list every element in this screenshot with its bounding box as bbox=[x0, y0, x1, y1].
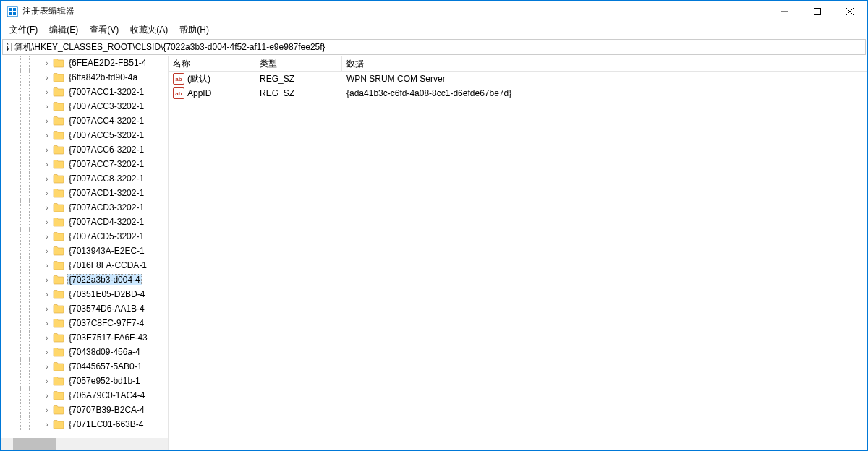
tree-item[interactable]: ›{7007ACC4-3202-1 bbox=[1, 113, 168, 128]
tree-item-label: {7007ACD3-3202-1 bbox=[67, 202, 145, 212]
app-icon bbox=[7, 6, 18, 17]
tree-item[interactable]: ›{6ffa842b-fd90-4a bbox=[1, 70, 168, 85]
chevron-right-icon[interactable]: › bbox=[43, 189, 51, 197]
tree-item-label: {703574D6-AA1B-4 bbox=[67, 304, 146, 314]
address-bar[interactable]: 计算机\HKEY_CLASSES_ROOT\CLSID\{7022a3b3-d0… bbox=[2, 39, 866, 55]
tree-item[interactable]: ›{7037C8FC-97F7-4 bbox=[1, 316, 168, 330]
string-value-icon: ab bbox=[173, 87, 184, 99]
chevron-right-icon[interactable]: › bbox=[43, 103, 51, 111]
tree-item-label: {7007ACC3-3202-1 bbox=[67, 101, 145, 111]
chevron-right-icon[interactable]: › bbox=[43, 175, 51, 183]
titlebar: 注册表编辑器 bbox=[1, 1, 867, 22]
tree-item-label: {7007ACC8-3202-1 bbox=[67, 173, 145, 184]
tree-item[interactable]: ›{7007ACD4-3202-1 bbox=[1, 215, 168, 229]
tree-item[interactable]: ›{7007ACC7-3202-1 bbox=[1, 157, 168, 171]
chevron-right-icon[interactable]: › bbox=[43, 276, 51, 284]
chevron-right-icon[interactable]: › bbox=[43, 363, 51, 371]
svg-rect-6 bbox=[814, 8, 820, 14]
cell-name: ab(默认) bbox=[169, 73, 255, 85]
menu-help[interactable]: 帮助(H) bbox=[174, 22, 215, 38]
maximize-button[interactable] bbox=[801, 1, 833, 22]
tree-item[interactable]: ›{7022a3b3-d004-4 bbox=[1, 272, 168, 287]
chevron-right-icon[interactable]: › bbox=[43, 421, 51, 429]
chevron-right-icon[interactable]: › bbox=[43, 132, 51, 139]
chevron-right-icon[interactable]: › bbox=[43, 59, 51, 67]
chevron-right-icon[interactable]: › bbox=[43, 348, 51, 356]
chevron-right-icon[interactable]: › bbox=[43, 319, 51, 327]
svg-rect-1 bbox=[9, 8, 12, 11]
tree-item[interactable]: ›{70438d09-456a-4 bbox=[1, 345, 168, 359]
tree-item[interactable]: ›{7007ACC5-3202-1 bbox=[1, 128, 168, 142]
minimize-button[interactable] bbox=[768, 1, 801, 22]
menu-edit[interactable]: 编辑(E) bbox=[43, 22, 84, 38]
chevron-right-icon[interactable]: › bbox=[43, 146, 51, 154]
tree-item-label: {70445657-5AB0-1 bbox=[67, 361, 143, 371]
svg-rect-4 bbox=[13, 12, 16, 15]
tree-item-label: {7007ACC4-3202-1 bbox=[67, 116, 145, 126]
tree-item[interactable]: ›{7016F8FA-CCDA-1 bbox=[1, 258, 168, 272]
tree-item[interactable]: ›{7071EC01-663B-4 bbox=[1, 417, 168, 431]
tree-item[interactable]: ›{7057e952-bd1b-1 bbox=[1, 374, 168, 388]
cell-type: REG_SZ bbox=[255, 88, 342, 98]
chevron-right-icon[interactable]: › bbox=[43, 291, 51, 298]
content-area: ›{6FEAE2D2-FB51-4›{6ffa842b-fd90-4a›{700… bbox=[1, 56, 867, 450]
tree-item-label: {7022a3b3-d004-4 bbox=[67, 274, 142, 285]
list-row[interactable]: abAppIDREG_SZ{ada41b3c-c6fd-4a08-8cc1-d6… bbox=[169, 86, 867, 100]
menu-view[interactable]: 查看(V) bbox=[84, 22, 124, 38]
scrollbar-thumb[interactable] bbox=[13, 438, 56, 450]
tree-item[interactable]: ›{7007ACD1-3202-1 bbox=[1, 186, 168, 200]
chevron-right-icon[interactable]: › bbox=[43, 88, 51, 96]
tree-item[interactable]: ›{6FEAE2D2-FB51-4 bbox=[1, 56, 168, 70]
menu-file[interactable]: 文件(F) bbox=[4, 22, 43, 38]
tree-item[interactable]: ›{70707B39-B2CA-4 bbox=[1, 403, 168, 417]
tree-item-label: {7007ACD1-3202-1 bbox=[67, 188, 145, 198]
tree-item[interactable]: ›{7007ACD5-3202-1 bbox=[1, 229, 168, 244]
chevron-right-icon[interactable]: › bbox=[43, 74, 51, 82]
tree-panel: ›{6FEAE2D2-FB51-4›{6ffa842b-fd90-4a›{700… bbox=[1, 56, 169, 450]
chevron-right-icon[interactable]: › bbox=[43, 160, 51, 168]
chevron-right-icon[interactable]: › bbox=[43, 247, 51, 255]
tree-scroll[interactable]: ›{6FEAE2D2-FB51-4›{6ffa842b-fd90-4a›{700… bbox=[1, 56, 168, 450]
chevron-right-icon[interactable]: › bbox=[43, 204, 51, 212]
tree-item[interactable]: ›{7007ACD3-3202-1 bbox=[1, 200, 168, 215]
tree-horizontal-scrollbar[interactable] bbox=[1, 438, 168, 450]
tree-item[interactable]: ›{7007ACC3-3202-1 bbox=[1, 99, 168, 113]
address-path: 计算机\HKEY_CLASSES_ROOT\CLSID\{7022a3b3-d0… bbox=[6, 41, 326, 53]
tree-item-label: {7071EC01-663B-4 bbox=[67, 419, 145, 429]
tree-item-label: {7057e952-bd1b-1 bbox=[67, 376, 142, 386]
chevron-right-icon[interactable]: › bbox=[43, 406, 51, 414]
tree-item[interactable]: ›{70351E05-D2BD-4 bbox=[1, 287, 168, 301]
tree-item-label: {7016F8FA-CCDA-1 bbox=[67, 260, 148, 270]
chevron-right-icon[interactable]: › bbox=[43, 117, 51, 125]
chevron-right-icon[interactable]: › bbox=[43, 218, 51, 226]
menu-favorites[interactable]: 收藏夹(A) bbox=[124, 22, 174, 38]
tree-item[interactable]: ›{7007ACC1-3202-1 bbox=[1, 85, 168, 99]
chevron-right-icon[interactable]: › bbox=[43, 334, 51, 342]
tree-item[interactable]: ›{703E7517-FA6F-43 bbox=[1, 330, 168, 345]
chevron-right-icon[interactable]: › bbox=[43, 262, 51, 270]
tree-item[interactable]: ›{706A79C0-1AC4-4 bbox=[1, 388, 168, 403]
chevron-right-icon[interactable]: › bbox=[43, 392, 51, 400]
tree-item[interactable]: ›{70445657-5AB0-1 bbox=[1, 359, 168, 374]
window-title: 注册表编辑器 bbox=[22, 5, 768, 17]
tree-item-label: {703E7517-FA6F-43 bbox=[67, 332, 149, 343]
chevron-right-icon[interactable]: › bbox=[43, 305, 51, 313]
column-header-name[interactable]: 名称 bbox=[169, 56, 255, 71]
tree-item-label: {70351E05-D2BD-4 bbox=[67, 289, 146, 299]
chevron-right-icon[interactable]: › bbox=[43, 233, 51, 241]
tree-item[interactable]: ›{7013943A-E2EC-1 bbox=[1, 244, 168, 258]
tree-item-label: {7007ACC1-3202-1 bbox=[67, 87, 145, 97]
tree-item[interactable]: ›{703574D6-AA1B-4 bbox=[1, 301, 168, 316]
close-button[interactable] bbox=[833, 1, 866, 22]
tree-item-label: {7013943A-E2EC-1 bbox=[67, 246, 146, 256]
chevron-right-icon[interactable]: › bbox=[43, 377, 51, 385]
menubar: 文件(F) 编辑(E) 查看(V) 收藏夹(A) 帮助(H) bbox=[1, 22, 867, 38]
tree-item[interactable]: ›{7007ACC8-3202-1 bbox=[1, 171, 168, 186]
tree-item-label: {7007ACD4-3202-1 bbox=[67, 217, 145, 227]
column-header-data[interactable]: 数据 bbox=[342, 56, 867, 71]
list-row[interactable]: ab(默认)REG_SZWPN SRUM COM Server bbox=[169, 72, 867, 86]
tree-item[interactable]: ›{7007ACC6-3202-1 bbox=[1, 142, 168, 157]
svg-rect-3 bbox=[9, 12, 12, 15]
column-header-type[interactable]: 类型 bbox=[255, 56, 342, 71]
tree-item-label: {7007ACC6-3202-1 bbox=[67, 145, 145, 155]
